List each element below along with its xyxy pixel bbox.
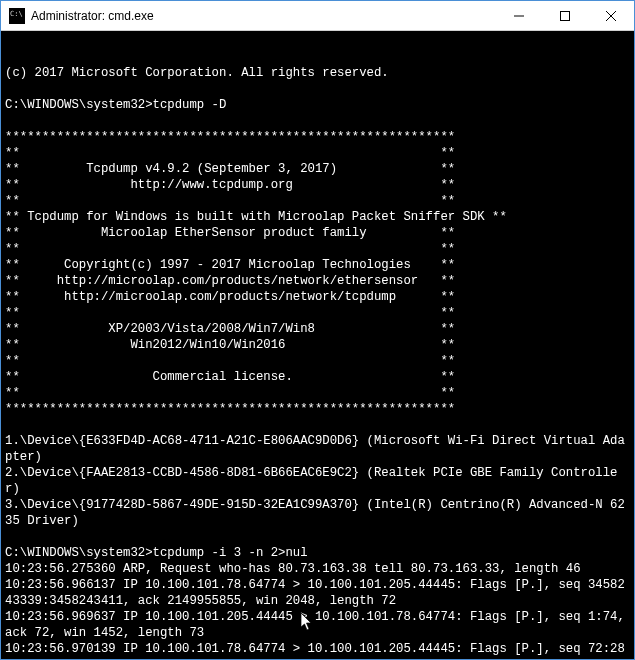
terminal-line: 1.\Device\{E633FD4D-AC68-4711-A21C-E806A… [5, 433, 630, 465]
terminal-line: ** ** [5, 193, 630, 209]
terminal-line: ** XP/2003/Vista/2008/Win7/Win8 ** [5, 321, 630, 337]
terminal-line: ** Win2012/Win10/Win2016 ** [5, 337, 630, 353]
terminal-output[interactable]: (c) 2017 Microsoft Corporation. All righ… [1, 31, 634, 659]
terminal-line: C:\WINDOWS\system32>tcpdump -i 3 -n 2>nu… [5, 545, 630, 561]
titlebar[interactable]: Administrator: cmd.exe [1, 1, 634, 31]
terminal-line: ** ** [5, 385, 630, 401]
terminal-line [5, 529, 630, 545]
terminal-line: ** ** [5, 305, 630, 321]
terminal-line: ** http://microolap.com/products/network… [5, 289, 630, 305]
terminal-line: ** ** [5, 241, 630, 257]
terminal-line: ** Copyright(c) 1997 - 2017 Microolap Te… [5, 257, 630, 273]
minimize-button[interactable] [496, 1, 542, 30]
window-title: Administrator: cmd.exe [31, 9, 496, 23]
terminal-line: ** Tcpdump v4.9.2 (September 3, 2017) ** [5, 161, 630, 177]
terminal-line: 10:23:56.275360 ARP, Request who-has 80.… [5, 561, 630, 577]
terminal-line: ** http://microolap.com/products/network… [5, 273, 630, 289]
window-frame: Administrator: cmd.exe (c) 2017 Microsof… [0, 0, 635, 660]
maximize-button[interactable] [542, 1, 588, 30]
terminal-line: 10:23:56.966137 IP 10.100.101.78.64774 >… [5, 577, 630, 609]
terminal-line: ** Microolap EtherSensor product family … [5, 225, 630, 241]
terminal-line: ** Tcpdump for Windows is built with Mic… [5, 209, 630, 225]
terminal-line: 10:23:56.969637 IP 10.100.101.205.44445 … [5, 609, 630, 641]
terminal-line: ** Commercial license. ** [5, 369, 630, 385]
svg-rect-1 [561, 11, 570, 20]
terminal-line [5, 113, 630, 129]
terminal-line: (c) 2017 Microsoft Corporation. All righ… [5, 65, 630, 81]
terminal-line: 2.\Device\{FAAE2813-CCBD-4586-8D81-6B66E… [5, 465, 630, 497]
terminal-line: 10:23:56.970139 IP 10.100.101.78.64774 >… [5, 641, 630, 659]
terminal-line: C:\WINDOWS\system32>tcpdump -D [5, 97, 630, 113]
terminal-line: ****************************************… [5, 401, 630, 417]
terminal-line: 3.\Device\{9177428D-5867-49DE-915D-32EA1… [5, 497, 630, 529]
terminal-line [5, 81, 630, 97]
terminal-line: ** http://www.tcpdump.org ** [5, 177, 630, 193]
close-button[interactable] [588, 1, 634, 30]
terminal-line [5, 417, 630, 433]
terminal-line: ****************************************… [5, 129, 630, 145]
cmd-icon [9, 8, 25, 24]
terminal-line: ** ** [5, 353, 630, 369]
window-controls [496, 1, 634, 30]
terminal-line: ** ** [5, 145, 630, 161]
